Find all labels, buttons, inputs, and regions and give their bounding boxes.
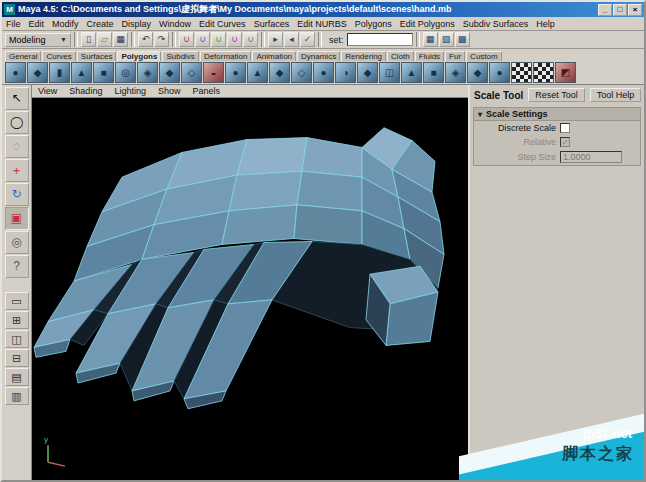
mesh-face[interactable] — [302, 138, 362, 178]
viewport-canvas[interactable]: y — [32, 98, 468, 480]
scale-tool[interactable]: ▣ — [5, 207, 29, 230]
menu-edit-curves[interactable]: Edit Curves — [195, 19, 250, 29]
shelf-boolean-union-icon[interactable]: ● — [313, 62, 334, 83]
menu-edit-nurbs[interactable]: Edit NURBS — [293, 19, 351, 29]
shelf-reduce-icon[interactable]: ◆ — [467, 62, 488, 83]
menu-edit-polygons[interactable]: Edit Polygons — [396, 19, 459, 29]
render-globals-icon[interactable]: ▩ — [455, 32, 470, 47]
panel-menu-show[interactable]: Show — [152, 86, 187, 96]
panel-menu-shading[interactable]: Shading — [63, 86, 108, 96]
panel-menu-panels[interactable]: Panels — [186, 86, 226, 96]
shelf-tab-fur[interactable]: Fur — [445, 51, 465, 61]
menu-window[interactable]: Window — [155, 19, 195, 29]
lasso-select-tool[interactable]: ◯ — [5, 111, 29, 134]
construction-history-icon[interactable]: ✓ — [300, 32, 315, 47]
shelf-tab-subdivs[interactable]: Subdivs — [162, 51, 198, 61]
shelf-combine-icon[interactable]: ◆ — [269, 62, 290, 83]
shelf-tab-deformation[interactable]: Deformation — [200, 51, 252, 61]
snap-to-curve-icon[interactable]: ∪ — [195, 32, 210, 47]
open-scene-icon[interactable]: ▱ — [97, 32, 112, 47]
shelf-tab-fluids[interactable]: Fluids — [415, 51, 444, 61]
menu-subdiv-surfaces[interactable]: Subdiv Surfaces — [459, 19, 533, 29]
menu-edit[interactable]: Edit — [25, 19, 49, 29]
ipr-render-icon[interactable]: ▧ — [439, 32, 454, 47]
maximize-button[interactable]: □ — [613, 4, 627, 16]
menu-surfaces[interactable]: Surfaces — [250, 19, 294, 29]
menu-create[interactable]: Create — [83, 19, 118, 29]
shelf-tab-custom[interactable]: Custom — [466, 51, 502, 61]
shelf-tab-dynamics[interactable]: Dynamics — [297, 51, 340, 61]
shelf-poly-cylinder-icon[interactable]: ▮ — [49, 62, 70, 83]
tool-help-button[interactable]: Tool Help — [590, 88, 642, 102]
panel-menu-lighting[interactable]: Lighting — [108, 86, 152, 96]
snap-to-point-icon[interactable]: ∪ — [211, 32, 226, 47]
make-live-icon[interactable]: ∪ — [243, 32, 258, 47]
title-bar[interactable]: M Maya 4.5: C:\Documents and Settings\虚拟… — [2, 2, 644, 17]
menu-set-selector[interactable]: Modeling ▼ — [5, 33, 71, 47]
input-connections-icon[interactable]: ▸ — [268, 32, 283, 47]
close-button[interactable]: × — [628, 4, 642, 16]
rotate-tool[interactable]: ↻ — [5, 183, 29, 206]
save-scene-icon[interactable]: ▦ — [113, 32, 128, 47]
shelf-cleanup-icon[interactable]: ◈ — [445, 62, 466, 83]
shelf-sculpt-tool-icon[interactable]: ● — [489, 62, 510, 83]
quick-select-set-input[interactable] — [347, 33, 413, 46]
shelf-mirror-geometry-icon[interactable]: ◫ — [379, 62, 400, 83]
shelf-assign-shader-icon[interactable]: ◨ — [533, 62, 554, 83]
shelf-uv-texture-icon[interactable]: ◧ — [511, 62, 532, 83]
scale-settings-frame-header[interactable]: ▾ Scale Settings — [474, 108, 640, 121]
shelf-triangulate-icon[interactable]: ▲ — [401, 62, 422, 83]
menu-file[interactable]: File — [2, 19, 25, 29]
snap-to-view-plane-icon[interactable]: ∪ — [227, 32, 242, 47]
shelf-bevel-icon[interactable]: ◆ — [357, 62, 378, 83]
redo-icon[interactable]: ↷ — [154, 32, 169, 47]
menu-modify[interactable]: Modify — [48, 19, 83, 29]
shelf-tab-polygons[interactable]: Polygons — [117, 51, 161, 61]
new-scene-icon[interactable]: ▯ — [81, 32, 96, 47]
menu-polygons[interactable]: Polygons — [351, 19, 396, 29]
show-manipulator-tool[interactable]: ◎ — [5, 231, 29, 254]
undo-icon[interactable]: ↶ — [138, 32, 153, 47]
shelf-quadrangulate-icon[interactable]: ■ — [423, 62, 444, 83]
reset-tool-button[interactable]: Reset Tool — [528, 88, 584, 102]
mesh-face[interactable] — [297, 171, 362, 211]
shelf-split-polygon-icon[interactable]: ◒ — [203, 62, 224, 83]
shelf-extrude-edge-icon[interactable]: ◇ — [181, 62, 202, 83]
shelf-merge-vertices-icon[interactable]: ● — [225, 62, 246, 83]
shelf-tab-general[interactable]: General — [5, 51, 41, 61]
layout-three-pane-split-top[interactable]: ▤ — [5, 368, 29, 386]
move-tool[interactable]: ＋ — [5, 159, 29, 182]
paint-select-tool[interactable]: ◌ — [5, 135, 29, 158]
mesh-face[interactable] — [294, 205, 362, 245]
shelf-tab-curves[interactable]: Curves — [42, 51, 75, 61]
shelf-tab-animation[interactable]: Animation — [252, 51, 296, 61]
snap-to-grid-icon[interactable]: ∪ — [179, 32, 194, 47]
menu-display[interactable]: Display — [118, 19, 156, 29]
output-connections-icon[interactable]: ◂ — [284, 32, 299, 47]
shelf-poly-cone-icon[interactable]: ▲ — [71, 62, 92, 83]
shelf-poly-torus-icon[interactable]: ◎ — [115, 62, 136, 83]
mesh-face[interactable] — [229, 171, 302, 211]
shelf-subdivide-icon[interactable]: ▲ — [247, 62, 268, 83]
layout-four-pane[interactable]: ⊞ — [5, 311, 29, 329]
minimize-button[interactable]: _ — [598, 4, 612, 16]
layout-two-pane-stacked[interactable]: ⊟ — [5, 349, 29, 367]
mesh-face[interactable] — [237, 138, 307, 176]
mesh-face[interactable] — [222, 205, 297, 245]
shelf-tab-cloth[interactable]: Cloth — [387, 51, 414, 61]
shelf-smooth-icon[interactable]: ◈ — [137, 62, 158, 83]
shelf-poly-plane-icon[interactable]: ■ — [93, 62, 114, 83]
shelf-tab-rendering[interactable]: Rendering — [341, 51, 386, 61]
last-tool[interactable]: ? — [5, 255, 29, 278]
discrete-scale-checkbox[interactable] — [560, 123, 570, 133]
shelf-separate-icon[interactable]: ◇ — [291, 62, 312, 83]
shelf-extrude-face-icon[interactable]: ◆ — [159, 62, 180, 83]
panel-menu-view[interactable]: View — [32, 86, 63, 96]
shelf-tab-surfaces[interactable]: Surfaces — [77, 51, 117, 61]
layout-outliner-persp[interactable]: ▥ — [5, 387, 29, 405]
shelf-boolean-difference-icon[interactable]: ◑ — [335, 62, 356, 83]
layout-single-pane[interactable]: ▭ — [5, 292, 29, 310]
render-current-frame-icon[interactable]: ▦ — [423, 32, 438, 47]
shelf-paint-weights-icon[interactable]: ◩ — [555, 62, 576, 83]
layout-two-pane-side-by-side[interactable]: ◫ — [5, 330, 29, 348]
